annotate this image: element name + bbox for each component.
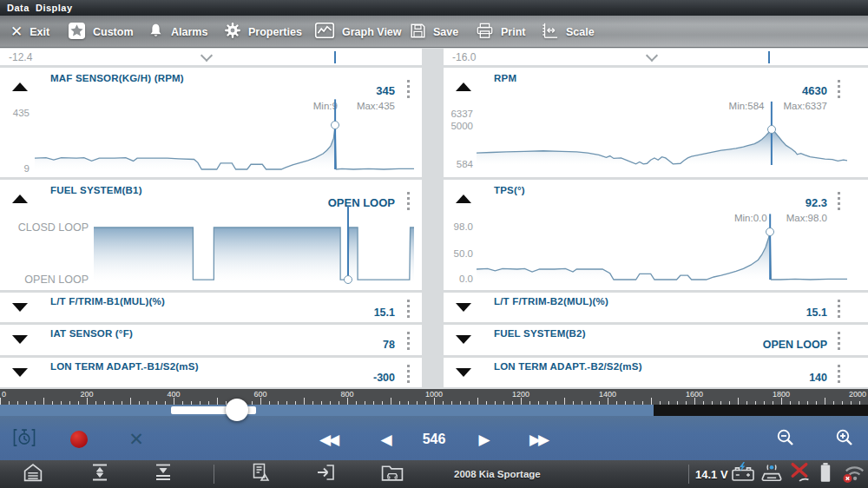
ruler-label: 1800 — [773, 390, 790, 399]
fuel-system-chart[interactable] — [94, 221, 414, 282]
panel-lon-term-adapt-b2[interactable]: LON TERM ADAPT.-B2/S2(mS) 140 — [444, 358, 868, 387]
y-axis-label: 98.0 — [444, 221, 473, 232]
fast-forward-button[interactable]: ▶▶ — [529, 432, 547, 447]
panel-menu-icon[interactable] — [838, 365, 840, 386]
home-button[interactable] — [23, 462, 44, 487]
collapse-arrow-icon[interactable] — [456, 195, 471, 203]
collapse-all-button[interactable] — [153, 462, 174, 486]
partial-panel-right[interactable]: -16.0 — [444, 49, 868, 65]
close-icon: ✕ — [10, 23, 23, 41]
vehicle-folder-button[interactable] — [381, 463, 404, 486]
voltage-readout: 14.1 V — [695, 468, 728, 481]
y-axis-label: CLOSD LOOP — [0, 221, 89, 234]
star-icon — [68, 22, 86, 43]
collapse-arrow-icon[interactable] — [12, 195, 28, 203]
report-button[interactable] — [250, 462, 271, 486]
cursor-tick — [768, 51, 770, 63]
panel-menu-icon[interactable] — [838, 332, 840, 353]
maf-chart[interactable] — [35, 114, 414, 169]
expand-arrow-icon[interactable] — [456, 368, 471, 377]
rpm-chart[interactable] — [477, 115, 847, 165]
custom-button[interactable]: Custom — [68, 16, 134, 48]
panel-menu-icon[interactable] — [407, 192, 410, 213]
expand-arrow-icon[interactable] — [12, 335, 28, 344]
expand-arrow-icon[interactable] — [12, 303, 28, 312]
step-forward-button[interactable]: ▶ — [478, 432, 490, 447]
exit-button[interactable]: ✕ Exit — [10, 16, 49, 48]
stop-button[interactable]: ✕ — [128, 429, 144, 450]
record-button[interactable] — [70, 431, 88, 448]
print-button[interactable]: Print — [476, 16, 525, 48]
ruler-label: 0 — [2, 390, 6, 399]
panel-iat-sensor[interactable]: IAT SENSOR (°F) 78 — [0, 325, 422, 355]
printer-disconnected-icon — [788, 462, 811, 487]
collapse-arrow-icon[interactable] — [456, 82, 471, 91]
panel-lt-ftrim-b2[interactable]: L/T F/TRIM-B2(MUL)(%) 15.1 — [444, 293, 868, 322]
panel-lt-ftrim-b1[interactable]: L/T F/TRIM-B1(MUL)(%) 15.1 — [0, 293, 422, 322]
scale-button[interactable]: Scale — [540, 16, 595, 48]
cursor-dot[interactable] — [344, 275, 352, 284]
panel-fuel-system-b2[interactable]: FUEL SYSTEM(B2) OPEN LOOP — [444, 325, 868, 355]
snapshot-button[interactable] — [12, 428, 37, 452]
panel-value: 4630 — [802, 84, 827, 97]
cursor-dot[interactable] — [767, 125, 776, 134]
alarms-button[interactable]: Alarms — [148, 16, 207, 48]
ruler-label: 1000 — [425, 390, 443, 399]
properties-button[interactable]: Properties — [224, 16, 302, 48]
panel-menu-icon[interactable] — [407, 300, 410, 320]
expand-arrow-icon[interactable] — [12, 368, 28, 377]
vci-device-icon — [760, 463, 785, 486]
timeline-ruler[interactable]: 0200400600800100012001400160018002000 — [0, 389, 868, 405]
rewind-button[interactable]: ◀◀ — [319, 432, 337, 447]
graph-view-button[interactable]: Graph View — [314, 16, 402, 48]
panel-lon-term-adapt-b1[interactable]: LON TERM ADAPT.-B1/S2(mS) -300 — [0, 358, 422, 387]
panel-menu-icon[interactable] — [838, 80, 840, 101]
tps-chart[interactable] — [477, 228, 847, 280]
panel-menu-icon[interactable] — [407, 332, 410, 353]
panel-menu-icon[interactable] — [407, 80, 410, 101]
expand-arrow-icon[interactable] — [456, 335, 471, 344]
gear-icon — [224, 22, 241, 42]
cursor-dot[interactable] — [331, 121, 339, 129]
timeline-track[interactable] — [0, 405, 868, 416]
graph-icon — [314, 22, 335, 42]
partial-panel-left[interactable]: -12.4 — [0, 49, 422, 65]
y-axis-label: 0.0 — [444, 274, 473, 284]
panel-menu-icon[interactable] — [407, 365, 410, 386]
panel-title: RPM — [494, 73, 516, 83]
y-axis-label: 9 — [0, 163, 30, 174]
panel-rpm[interactable]: RPM 4630 Min:584Max:6337 6337 5000 584 — [444, 68, 868, 177]
zoom-out-button[interactable] — [775, 427, 796, 452]
collapse-arrow-icon[interactable] — [12, 82, 28, 91]
car-battery-icon — [730, 462, 756, 487]
cursor-dot[interactable] — [766, 228, 774, 236]
data-logging-button[interactable] — [315, 462, 337, 486]
main-toolbar: ✕ Exit Custom Alarms Properties Graph Vi… — [0, 16, 868, 48]
expand-all-button[interactable] — [89, 462, 110, 486]
y-axis-label: 435 — [0, 108, 30, 118]
save-button[interactable]: Save — [410, 16, 458, 48]
panel-tps[interactable]: TPS(°) 92.3 Min:0.0Max:98.0 98.0 50.0 0.… — [444, 180, 868, 290]
expand-arrow-icon[interactable] — [456, 303, 471, 312]
y-axis-label: 584 — [444, 159, 473, 169]
ruler-label: 200 — [80, 390, 93, 399]
scale-icon — [540, 22, 559, 42]
vehicle-name: 2008 Kia Sportage — [454, 469, 541, 479]
panel-value: OPEN LOOP — [328, 196, 395, 209]
ruler-label: 1600 — [686, 390, 703, 399]
zoom-in-button[interactable] — [834, 427, 855, 452]
panel-fuel-system-b1[interactable]: FUEL SYSTEM(B1) OPEN LOOP CLOSD LOOP OPE… — [0, 180, 422, 290]
panel-title: FUEL SYSTEM(B1) — [50, 185, 142, 195]
ruler-label: 400 — [167, 390, 180, 399]
bell-icon — [148, 22, 164, 42]
panel-maf-sensor[interactable]: MAF SENSOR(KG/H) (RPM) 345 Min:9Max:435 … — [0, 68, 422, 177]
panel-title: TPS(°) — [494, 185, 525, 195]
timeline-slider-handle[interactable] — [226, 399, 248, 421]
y-axis-label: 5000 — [444, 121, 473, 131]
step-back-button[interactable]: ◀ — [380, 432, 391, 447]
wifi-disconnected-icon[interactable] — [842, 461, 866, 487]
panel-menu-icon[interactable] — [838, 192, 840, 213]
panel-menu-icon[interactable] — [838, 300, 840, 320]
panel-value: 92.3 — [806, 196, 827, 209]
min-max-labels: Min:0.0Max:98.0 — [734, 213, 827, 223]
